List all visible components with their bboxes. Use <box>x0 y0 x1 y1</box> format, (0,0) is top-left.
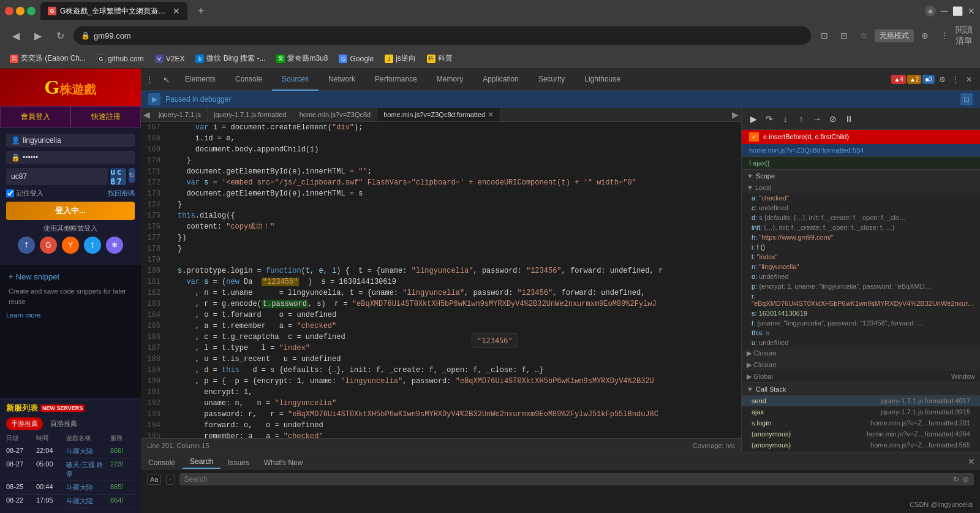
file-tab-close-btn[interactable]: ✕ <box>488 110 494 119</box>
tab-performance[interactable]: Performance <box>365 69 427 91</box>
reading-mode-btn[interactable]: 閱讀清單 <box>956 27 973 44</box>
server-row-3[interactable]: 08-22 17:05 斗羅大陸 864! <box>6 495 135 508</box>
call-stack-title[interactable]: ▼ Call Stack <box>742 383 980 395</box>
captcha-image[interactable]: uc 87 <box>110 168 126 185</box>
tab-console[interactable]: Console <box>225 69 272 91</box>
info-badge[interactable]: ■3 <box>922 75 935 84</box>
step-btn[interactable]: → <box>810 112 824 126</box>
callstack-anon2[interactable]: (anonymous) home.min.js?v=Z…formatted:56… <box>742 439 980 450</box>
refresh-btn[interactable]: ↻ <box>51 27 69 44</box>
login-btn[interactable]: 登入中... <box>6 202 135 220</box>
profile-icon[interactable]: ⊕ <box>925 6 936 17</box>
server-tab-web[interactable]: 頁游推薦 <box>45 417 82 430</box>
scope-t[interactable]: t: {uname: "lingyuncelia", password: "12… <box>742 318 980 328</box>
settings-icon[interactable]: ⚙ <box>936 74 948 86</box>
step-out-btn[interactable]: ↑ <box>794 112 808 126</box>
bottom-tab-search[interactable]: Search <box>183 455 221 469</box>
bottom-tab-console[interactable]: Console <box>141 457 183 469</box>
scope-init[interactable]: init: {…}, init: f, _create: f, _open: f… <box>742 222 980 232</box>
pause-on-exceptions-btn[interactable]: ⏸ <box>842 112 856 126</box>
server-row-1[interactable]: 08-27 05:00 破天·三國 終章 223! <box>6 458 135 481</box>
error-location[interactable]: home.min.js?v=Z3Qc8d:formatted:554 <box>742 144 980 157</box>
active-browser-tab[interactable]: G G株遊戲_全球繁體中文網頁遊戲... ✕ <box>40 2 187 20</box>
scope-u[interactable]: u: undefined <box>742 338 980 348</box>
scope-title[interactable]: ▼ Scope <box>742 170 980 182</box>
bookmark-v2ex[interactable]: V V2EX <box>150 53 190 65</box>
scope-i[interactable]: i: f () <box>742 242 980 252</box>
scope-d[interactable]: d: s {defaults: {…}, init: f, _create: f… <box>742 213 980 222</box>
bookmark-github[interactable]: G github.com <box>92 53 149 65</box>
screenshot-btn[interactable]: ⊟ <box>835 27 853 44</box>
search-match-case-icon[interactable]: ⊘ <box>963 475 969 484</box>
scope-h[interactable]: h: "https://www.gm99.com/" <box>742 232 980 242</box>
extensions-btn[interactable]: ⊕ <box>916 27 933 44</box>
scope-l[interactable]: l: "index" <box>742 252 980 262</box>
google-btn[interactable]: G <box>40 237 57 254</box>
font-dot-btn[interactable]: · <box>166 474 174 485</box>
new-tab-btn[interactable]: + <box>192 2 209 20</box>
callstack-send[interactable]: send jquery-1.7.1.js:formatted:4017 <box>742 395 980 406</box>
new-snippet-btn[interactable]: + New snippet <box>6 270 135 284</box>
file-tab-home-min[interactable]: home.min.js?v=Z3Qc8d <box>293 108 377 121</box>
server-row-2[interactable]: 08-25 00:44 斗羅大陸 865! <box>6 481 135 495</box>
minimize-btn[interactable]: ─ <box>941 6 948 17</box>
step-over-btn[interactable]: ↷ <box>763 112 776 126</box>
bottom-tab-whatsnew[interactable]: What's New <box>257 457 311 469</box>
file-tab-home-formatted[interactable]: home.min.js?v=Z3Qc8d:formatted ✕ <box>377 108 500 121</box>
password-input[interactable] <box>23 153 130 162</box>
scope-o[interactable]: o: undefined <box>742 272 980 281</box>
devtools-cursor-btn[interactable]: ↖ <box>158 71 175 88</box>
maximize-window-btn[interactable] <box>27 7 36 15</box>
tab-application[interactable]: Application <box>473 69 529 91</box>
font-size-btn[interactable]: Aa <box>147 474 161 485</box>
tab-security[interactable]: Security <box>529 69 575 91</box>
bookmark-profile[interactable]: 奕 奕奕迅 (Eason Ch... <box>5 51 91 66</box>
paused-play-btn[interactable]: ▶ <box>148 93 160 105</box>
minimize-window-btn[interactable] <box>16 7 24 15</box>
tab-network[interactable]: Network <box>318 69 365 91</box>
source-nav-right[interactable]: ▶ <box>729 108 741 121</box>
yahoo-btn[interactable]: Y <box>62 237 79 254</box>
other-btn[interactable]: ❋ <box>106 237 123 254</box>
scope-s[interactable]: s: 1630144130619 <box>742 308 980 318</box>
profile-btn[interactable]: 无痕模式 <box>875 29 914 42</box>
code-content[interactable]: 167 var i = document.createElement("div"… <box>141 122 741 438</box>
tab-memory[interactable]: Memory <box>427 69 473 91</box>
bookmark-js[interactable]: J js逆向 <box>380 51 421 66</box>
scope-p[interactable]: p: {encrypt: 1, uname: "lingyuncelia", p… <box>742 281 980 291</box>
scope-this[interactable]: this: s <box>742 328 980 338</box>
server-tab-mobile[interactable]: 手游推薦 <box>6 417 43 430</box>
restore-btn[interactable]: ⬜ <box>952 6 963 16</box>
remember-checkbox[interactable] <box>6 189 14 197</box>
bookmark-bing[interactable]: b 微软 Bing 搜索 -... <box>190 51 270 66</box>
callstack-anon1[interactable]: (anonymous) home.min.js?v=Z…formatted:42… <box>742 428 980 439</box>
search-clear-icon[interactable]: ↻ <box>953 475 959 484</box>
error-badge[interactable]: ▲4 <box>891 75 905 84</box>
menu-btn[interactable]: ⋮ <box>936 27 953 44</box>
server-row-0[interactable]: 08-27 22:04 斗羅大陸 866! <box>6 445 135 458</box>
callstack-slogin[interactable]: s.login home.min.js?v=Z…formatted:201 <box>742 417 980 428</box>
more-options-icon[interactable]: ⋮ <box>949 74 962 86</box>
cast-btn[interactable]: ⊡ <box>816 27 833 44</box>
tab-close-btn[interactable]: ✕ <box>173 6 180 16</box>
devtools-toggle-btn[interactable]: ⋮ <box>141 71 158 88</box>
tab-sources[interactable]: Sources <box>272 69 318 91</box>
callstack-ajax[interactable]: ajax jquery-1.7.1.js:formatted:3915 <box>742 406 980 417</box>
twitter-btn[interactable]: t <box>84 237 101 254</box>
bookmark-iqiyi[interactable]: 愛 愛奇藝m3u8 <box>271 51 333 66</box>
resume-btn[interactable]: ▶ <box>747 112 760 126</box>
bottom-tab-issues[interactable]: Issues <box>221 457 257 469</box>
tab-elements[interactable]: Elements <box>175 69 225 91</box>
address-bar[interactable]: 🔒 gm99.com <box>74 26 811 45</box>
member-login-btn[interactable]: 會員登入 <box>0 106 70 127</box>
scope-n[interactable]: n: "lingyuncelia" <box>742 262 980 272</box>
back-btn[interactable]: ◀ <box>7 27 24 44</box>
search-input[interactable] <box>184 475 949 484</box>
scope-a[interactable]: a: "checked" <box>742 193 980 203</box>
file-tab-jquery[interactable]: jquery-1.7.1.js <box>153 108 208 121</box>
close-devtools-icon[interactable]: ✕ <box>963 74 975 86</box>
bookmark-google[interactable]: G Google <box>334 53 379 65</box>
tab-lighthouse[interactable]: Lighthouse <box>575 69 630 91</box>
scope-c[interactable]: c: undefined <box>742 203 980 213</box>
forgot-link[interactable]: 找回密碼 <box>108 189 135 198</box>
